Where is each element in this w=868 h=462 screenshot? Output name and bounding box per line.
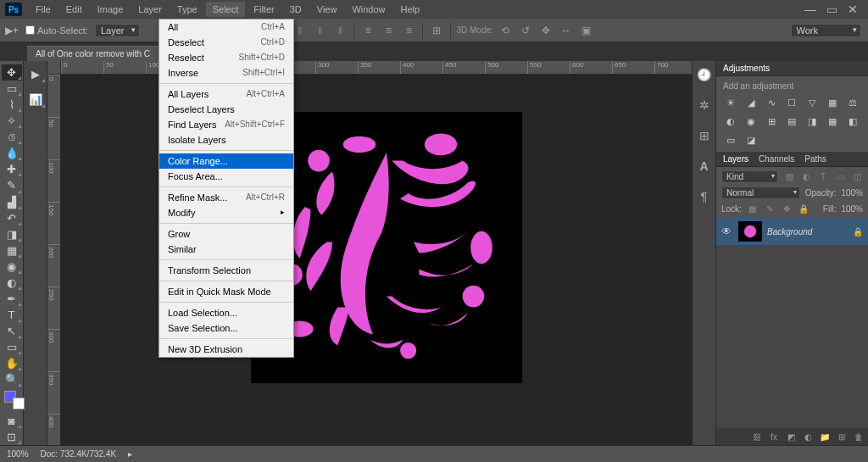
screen-mode-toggle[interactable]: ⊡ (2, 429, 22, 445)
doc-info[interactable]: Doc: 732.4K/732.4K (41, 449, 117, 459)
menu-3d[interactable]: 3D (283, 2, 309, 17)
layer-filter-kind[interactable]: Kind (721, 170, 778, 183)
close-icon[interactable]: ✕ (848, 3, 858, 15)
auto-select-checkbox[interactable]: Auto-Select: (25, 25, 88, 36)
distribute-v-icon[interactable]: ≡ (359, 23, 376, 38)
3d-roll-icon[interactable]: ↺ (517, 23, 534, 38)
distribute-v-icon-3[interactable]: ≡ (400, 23, 417, 38)
filter-pixel-icon[interactable]: ▧ (783, 171, 795, 183)
menu-item-load-selection-[interactable]: Load Selection... (159, 305, 293, 320)
auto-select-target[interactable]: Layer (95, 24, 141, 37)
hand-tool[interactable]: ✋ (2, 355, 22, 371)
new-layer-icon[interactable]: ⊞ (836, 431, 848, 443)
actions-panel-icon[interactable]: ✲ (696, 97, 713, 114)
levels-icon[interactable]: ◢ (743, 96, 759, 109)
workspace-selector[interactable]: Work (791, 24, 861, 37)
menu-item-all-layers[interactable]: All LayersAlt+Ctrl+A (159, 86, 293, 102)
ruler-horizontal[interactable]: 0501001502002503003504004505005506006507… (61, 61, 692, 75)
document-tab[interactable]: All of One color remove with C (27, 46, 167, 61)
path-tool[interactable]: ↖ (2, 323, 22, 339)
menu-item-new-d-extrusion[interactable]: New 3D Extrusion (159, 342, 293, 357)
color-balance-icon[interactable]: ⚖ (845, 96, 860, 109)
gradient-map-icon[interactable]: ▭ (723, 133, 738, 147)
menu-item-find-layers[interactable]: Find LayersAlt+Shift+Ctrl+F (159, 117, 293, 132)
dodge-tool[interactable]: ◐ (2, 275, 22, 291)
delete-layer-icon[interactable]: 🗑 (853, 431, 865, 443)
play-icon[interactable]: ▶ (25, 64, 46, 83)
invert-icon[interactable]: ◨ (804, 114, 820, 128)
zoom-tool[interactable]: 🔍 (2, 371, 22, 387)
3d-slide-icon[interactable]: ↔ (558, 23, 575, 38)
menu-select[interactable]: Select (206, 2, 246, 17)
menu-item-edit-in-quick-mask-mode[interactable]: Edit in Quick Mask Mode (159, 284, 293, 299)
restore-icon[interactable]: ▭ (826, 3, 837, 15)
menu-item-modify[interactable]: Modify (159, 205, 293, 220)
3d-scale-icon[interactable]: ▣ (578, 23, 595, 38)
menu-help[interactable]: Help (394, 2, 427, 17)
eraser-tool[interactable]: ◨ (2, 226, 22, 242)
doc-info-arrow[interactable]: ▸ (128, 449, 132, 459)
blend-mode-select[interactable]: Normal (721, 186, 800, 199)
menu-layer[interactable]: Layer (131, 2, 169, 17)
menu-image[interactable]: Image (91, 2, 131, 17)
select-menu-dropdown[interactable]: AllCtrl+ADeselectCtrl+DReselectShift+Ctr… (159, 19, 294, 358)
posterize-icon[interactable]: ▦ (825, 114, 840, 128)
history-panel-icon[interactable]: 🕘 (696, 66, 713, 83)
threshold-icon[interactable]: ◧ (845, 114, 860, 128)
distribute-icon-2[interactable]: ⫴ (311, 23, 328, 38)
layer-row[interactable]: 👁Background🔒 (716, 218, 868, 245)
new-adjustment-icon[interactable]: ◐ (802, 431, 814, 443)
gradient-tool[interactable]: ▦ (2, 242, 22, 259)
selective-color-icon[interactable]: ◪ (743, 133, 759, 147)
blur-tool[interactable]: ◉ (2, 259, 22, 275)
menu-item-similar[interactable]: Similar (159, 242, 293, 257)
opacity-value[interactable]: 100% (841, 188, 863, 198)
menu-item-transform-selection[interactable]: Transform Selection (159, 263, 293, 278)
3d-pan-icon[interactable]: ✥ (537, 23, 554, 38)
lock-all-icon[interactable]: 🔒 (798, 203, 810, 214)
link-layers-icon[interactable]: ⛓ (751, 431, 763, 443)
brush-tool[interactable]: ✎ (2, 177, 22, 193)
menu-item-isolate-layers[interactable]: Isolate Layers (159, 132, 293, 148)
lock-position-icon[interactable]: ✥ (781, 203, 793, 214)
distribute-v-icon-2[interactable]: ≡ (380, 23, 397, 38)
bw-icon[interactable]: ◐ (723, 114, 738, 128)
menu-item-grow[interactable]: Grow (159, 226, 293, 242)
photo-filter-icon[interactable]: ◉ (743, 114, 759, 128)
adjustments-tab[interactable]: Adjustments (723, 64, 770, 73)
menu-item-focus-area-[interactable]: Focus Area... (159, 169, 293, 184)
distribute-icon-3[interactable]: ⫴ (331, 23, 348, 38)
3d-orbit-icon[interactable]: ⟲ (497, 23, 514, 38)
history-brush-tool[interactable]: ↶ (2, 210, 22, 226)
menu-filter[interactable]: Filter (247, 2, 281, 17)
menu-window[interactable]: Window (345, 2, 392, 17)
pen-tool[interactable]: ✒ (2, 291, 22, 307)
minimize-icon[interactable]: — (804, 3, 816, 15)
move-tool[interactable]: ✥ (2, 64, 22, 81)
layer-name[interactable]: Background (767, 227, 848, 237)
properties-panel-icon[interactable]: ⊞ (696, 127, 713, 144)
marquee-tool[interactable]: ▭ (2, 81, 22, 97)
magic-wand-tool[interactable]: ✧ (2, 113, 22, 129)
lasso-tool[interactable]: ⌇ (2, 97, 22, 113)
ruler-vertical[interactable]: 050100150200250300350400450 (47, 75, 61, 445)
character-panel-icon[interactable]: A (696, 158, 713, 175)
zoom-level[interactable]: 100% (7, 449, 29, 459)
menu-edit[interactable]: Edit (59, 2, 89, 17)
histogram-icon[interactable]: 📊 (25, 90, 46, 109)
menu-item-refine-mask-[interactable]: Refine Mask...Alt+Ctrl+R (159, 190, 293, 205)
eyedropper-tool[interactable]: 💧 (2, 145, 22, 161)
lock-transparency-icon[interactable]: ▦ (747, 203, 759, 214)
filter-shape-icon[interactable]: ▭ (834, 171, 846, 183)
canvas-area[interactable]: 0501001502002503003504004505005506006507… (47, 61, 692, 445)
filter-type-icon[interactable]: T (817, 171, 829, 183)
type-tool[interactable]: T (2, 307, 22, 323)
background-color[interactable] (13, 398, 25, 409)
tab-channels[interactable]: Channels (759, 154, 794, 164)
stamp-tool[interactable]: ▟ (2, 194, 22, 210)
lock-pixels-icon[interactable]: ✎ (764, 203, 776, 214)
curves-icon[interactable]: ∿ (764, 96, 779, 109)
channel-mixer-icon[interactable]: ⊞ (764, 114, 779, 128)
hue-sat-icon[interactable]: ▦ (825, 96, 840, 109)
layer-thumbnail[interactable] (738, 221, 762, 242)
